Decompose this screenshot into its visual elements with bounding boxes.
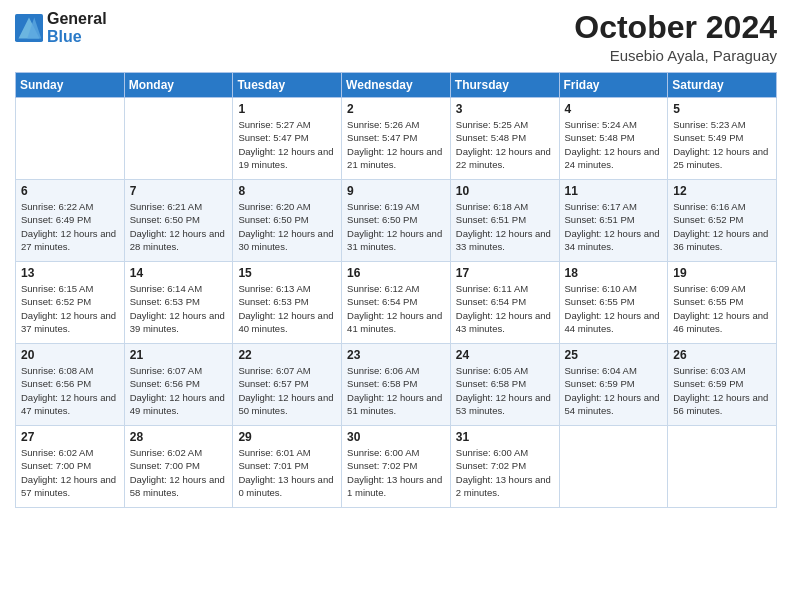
page: General Blue October 2024 Eusebio Ayala,… [0, 0, 792, 612]
day-number: 29 [238, 430, 336, 444]
day-info: Sunrise: 6:02 AMSunset: 7:00 PMDaylight:… [21, 446, 119, 499]
day-number: 30 [347, 430, 445, 444]
day-info: Sunrise: 5:27 AMSunset: 5:47 PMDaylight:… [238, 118, 336, 171]
calendar-cell-w5-d2: 28Sunrise: 6:02 AMSunset: 7:00 PMDayligh… [124, 426, 233, 508]
day-number: 11 [565, 184, 663, 198]
day-number: 14 [130, 266, 228, 280]
logo-text: General Blue [47, 10, 107, 46]
day-info: Sunrise: 6:00 AMSunset: 7:02 PMDaylight:… [347, 446, 445, 499]
day-number: 2 [347, 102, 445, 116]
day-info: Sunrise: 6:20 AMSunset: 6:50 PMDaylight:… [238, 200, 336, 253]
calendar-cell-w3-d4: 16Sunrise: 6:12 AMSunset: 6:54 PMDayligh… [342, 262, 451, 344]
day-info: Sunrise: 6:07 AMSunset: 6:56 PMDaylight:… [130, 364, 228, 417]
day-info: Sunrise: 6:00 AMSunset: 7:02 PMDaylight:… [456, 446, 554, 499]
calendar-cell-w4-d1: 20Sunrise: 6:08 AMSunset: 6:56 PMDayligh… [16, 344, 125, 426]
calendar-cell-w1-d4: 2Sunrise: 5:26 AMSunset: 5:47 PMDaylight… [342, 98, 451, 180]
calendar-cell-w5-d5: 31Sunrise: 6:00 AMSunset: 7:02 PMDayligh… [450, 426, 559, 508]
day-info: Sunrise: 6:07 AMSunset: 6:57 PMDaylight:… [238, 364, 336, 417]
calendar-cell-w2-d5: 10Sunrise: 6:18 AMSunset: 6:51 PMDayligh… [450, 180, 559, 262]
calendar-cell-w5-d1: 27Sunrise: 6:02 AMSunset: 7:00 PMDayligh… [16, 426, 125, 508]
day-number: 17 [456, 266, 554, 280]
calendar-cell-w3-d6: 18Sunrise: 6:10 AMSunset: 6:55 PMDayligh… [559, 262, 668, 344]
day-number: 20 [21, 348, 119, 362]
day-info: Sunrise: 6:10 AMSunset: 6:55 PMDaylight:… [565, 282, 663, 335]
calendar-week-2: 6Sunrise: 6:22 AMSunset: 6:49 PMDaylight… [16, 180, 777, 262]
day-number: 1 [238, 102, 336, 116]
logo: General Blue [15, 10, 107, 46]
day-number: 18 [565, 266, 663, 280]
col-friday: Friday [559, 73, 668, 98]
day-info: Sunrise: 5:23 AMSunset: 5:49 PMDaylight:… [673, 118, 771, 171]
day-info: Sunrise: 6:18 AMSunset: 6:51 PMDaylight:… [456, 200, 554, 253]
calendar-cell-w4-d2: 21Sunrise: 6:07 AMSunset: 6:56 PMDayligh… [124, 344, 233, 426]
calendar-cell-w1-d6: 4Sunrise: 5:24 AMSunset: 5:48 PMDaylight… [559, 98, 668, 180]
calendar-cell-w1-d1 [16, 98, 125, 180]
calendar-cell-w5-d7 [668, 426, 777, 508]
location-subtitle: Eusebio Ayala, Paraguay [574, 47, 777, 64]
calendar-table: Sunday Monday Tuesday Wednesday Thursday… [15, 72, 777, 508]
day-info: Sunrise: 6:11 AMSunset: 6:54 PMDaylight:… [456, 282, 554, 335]
day-number: 19 [673, 266, 771, 280]
day-info: Sunrise: 6:03 AMSunset: 6:59 PMDaylight:… [673, 364, 771, 417]
day-number: 15 [238, 266, 336, 280]
day-number: 21 [130, 348, 228, 362]
calendar-cell-w3-d7: 19Sunrise: 6:09 AMSunset: 6:55 PMDayligh… [668, 262, 777, 344]
day-info: Sunrise: 6:02 AMSunset: 7:00 PMDaylight:… [130, 446, 228, 499]
day-info: Sunrise: 6:13 AMSunset: 6:53 PMDaylight:… [238, 282, 336, 335]
calendar-cell-w4-d3: 22Sunrise: 6:07 AMSunset: 6:57 PMDayligh… [233, 344, 342, 426]
calendar-cell-w5-d3: 29Sunrise: 6:01 AMSunset: 7:01 PMDayligh… [233, 426, 342, 508]
month-year-title: October 2024 [574, 10, 777, 45]
day-info: Sunrise: 6:22 AMSunset: 6:49 PMDaylight:… [21, 200, 119, 253]
day-info: Sunrise: 6:08 AMSunset: 6:56 PMDaylight:… [21, 364, 119, 417]
calendar-week-5: 27Sunrise: 6:02 AMSunset: 7:00 PMDayligh… [16, 426, 777, 508]
day-info: Sunrise: 6:14 AMSunset: 6:53 PMDaylight:… [130, 282, 228, 335]
day-number: 25 [565, 348, 663, 362]
day-number: 22 [238, 348, 336, 362]
calendar-cell-w4-d7: 26Sunrise: 6:03 AMSunset: 6:59 PMDayligh… [668, 344, 777, 426]
header: General Blue October 2024 Eusebio Ayala,… [15, 10, 777, 64]
calendar-cell-w4-d6: 25Sunrise: 6:04 AMSunset: 6:59 PMDayligh… [559, 344, 668, 426]
calendar-cell-w2-d1: 6Sunrise: 6:22 AMSunset: 6:49 PMDaylight… [16, 180, 125, 262]
calendar-cell-w3-d1: 13Sunrise: 6:15 AMSunset: 6:52 PMDayligh… [16, 262, 125, 344]
day-number: 16 [347, 266, 445, 280]
day-info: Sunrise: 5:26 AMSunset: 5:47 PMDaylight:… [347, 118, 445, 171]
day-info: Sunrise: 5:25 AMSunset: 5:48 PMDaylight:… [456, 118, 554, 171]
day-number: 6 [21, 184, 119, 198]
calendar-cell-w2-d6: 11Sunrise: 6:17 AMSunset: 6:51 PMDayligh… [559, 180, 668, 262]
day-info: Sunrise: 6:06 AMSunset: 6:58 PMDaylight:… [347, 364, 445, 417]
calendar-week-4: 20Sunrise: 6:08 AMSunset: 6:56 PMDayligh… [16, 344, 777, 426]
calendar-cell-w2-d2: 7Sunrise: 6:21 AMSunset: 6:50 PMDaylight… [124, 180, 233, 262]
day-info: Sunrise: 6:19 AMSunset: 6:50 PMDaylight:… [347, 200, 445, 253]
day-number: 13 [21, 266, 119, 280]
calendar-cell-w5-d4: 30Sunrise: 6:00 AMSunset: 7:02 PMDayligh… [342, 426, 451, 508]
calendar-cell-w2-d3: 8Sunrise: 6:20 AMSunset: 6:50 PMDaylight… [233, 180, 342, 262]
calendar-week-1: 1Sunrise: 5:27 AMSunset: 5:47 PMDaylight… [16, 98, 777, 180]
day-info: Sunrise: 6:01 AMSunset: 7:01 PMDaylight:… [238, 446, 336, 499]
day-number: 4 [565, 102, 663, 116]
calendar-cell-w4-d5: 24Sunrise: 6:05 AMSunset: 6:58 PMDayligh… [450, 344, 559, 426]
calendar-cell-w5-d6 [559, 426, 668, 508]
day-info: Sunrise: 6:05 AMSunset: 6:58 PMDaylight:… [456, 364, 554, 417]
day-info: Sunrise: 6:09 AMSunset: 6:55 PMDaylight:… [673, 282, 771, 335]
day-info: Sunrise: 6:16 AMSunset: 6:52 PMDaylight:… [673, 200, 771, 253]
calendar-cell-w1-d2 [124, 98, 233, 180]
col-saturday: Saturday [668, 73, 777, 98]
day-number: 10 [456, 184, 554, 198]
day-number: 8 [238, 184, 336, 198]
day-info: Sunrise: 6:17 AMSunset: 6:51 PMDaylight:… [565, 200, 663, 253]
day-info: Sunrise: 6:12 AMSunset: 6:54 PMDaylight:… [347, 282, 445, 335]
calendar-week-3: 13Sunrise: 6:15 AMSunset: 6:52 PMDayligh… [16, 262, 777, 344]
calendar-header-row: Sunday Monday Tuesday Wednesday Thursday… [16, 73, 777, 98]
calendar-cell-w3-d2: 14Sunrise: 6:14 AMSunset: 6:53 PMDayligh… [124, 262, 233, 344]
col-monday: Monday [124, 73, 233, 98]
title-block: October 2024 Eusebio Ayala, Paraguay [574, 10, 777, 64]
calendar-cell-w4-d4: 23Sunrise: 6:06 AMSunset: 6:58 PMDayligh… [342, 344, 451, 426]
day-info: Sunrise: 6:15 AMSunset: 6:52 PMDaylight:… [21, 282, 119, 335]
day-number: 5 [673, 102, 771, 116]
day-number: 9 [347, 184, 445, 198]
col-wednesday: Wednesday [342, 73, 451, 98]
calendar-cell-w1-d7: 5Sunrise: 5:23 AMSunset: 5:49 PMDaylight… [668, 98, 777, 180]
day-info: Sunrise: 6:21 AMSunset: 6:50 PMDaylight:… [130, 200, 228, 253]
calendar-cell-w2-d4: 9Sunrise: 6:19 AMSunset: 6:50 PMDaylight… [342, 180, 451, 262]
day-number: 12 [673, 184, 771, 198]
